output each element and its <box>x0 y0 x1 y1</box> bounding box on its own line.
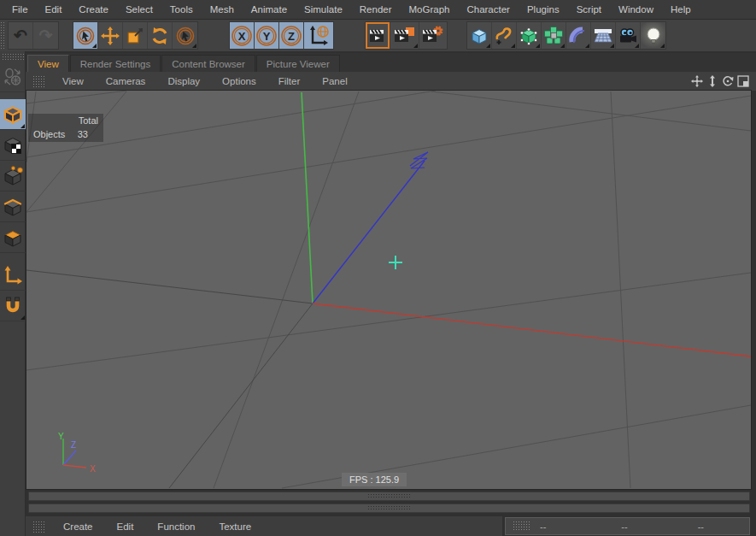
scale-button[interactable] <box>123 22 148 49</box>
flyout-triangle <box>21 315 25 320</box>
vp-menu-display[interactable]: Display <box>156 76 211 86</box>
toolbar-grip[interactable] <box>0 21 6 50</box>
zoom-camera-icon[interactable] <box>706 75 718 87</box>
scene-3d-grid <box>26 91 751 489</box>
spline-scribble <box>410 152 428 168</box>
tab-content-browser[interactable]: Content Browser <box>161 55 255 72</box>
model-mode-icon <box>3 104 23 125</box>
axis-lock-group: X Y Z <box>229 21 334 50</box>
timeline-range-slider[interactable] <box>28 504 750 513</box>
selection-tool-icon <box>175 26 196 46</box>
gizmo-y-label: Y <box>58 432 64 441</box>
add-subdivision-surface-button[interactable] <box>517 22 542 49</box>
transform-tools-group <box>73 21 198 50</box>
vp-menu-filter[interactable]: Filter <box>267 76 312 86</box>
menu-window[interactable]: Window <box>610 0 662 19</box>
render-group <box>365 21 448 50</box>
viewport-canvas[interactable]: Total Objects 33 FPS : 125.9 Y Z X <box>26 90 752 490</box>
live-selection-icon <box>75 26 96 46</box>
lock-y-axis-button[interactable]: Y <box>255 22 279 49</box>
rotate-button[interactable] <box>148 22 173 49</box>
redo-icon: ↷ <box>39 27 53 44</box>
y-axis-icon: Y <box>255 25 278 47</box>
range-slider-grip[interactable] <box>367 505 412 511</box>
bottom-menu-texture[interactable]: Texture <box>207 521 263 532</box>
gizmo-x-label: X <box>90 464 96 474</box>
edge-mode-button[interactable] <box>0 191 26 222</box>
scale-icon <box>125 26 145 46</box>
menu-mograph[interactable]: MoGraph <box>401 0 459 19</box>
enable-snap-button[interactable] <box>0 291 26 321</box>
move-button[interactable] <box>98 22 123 49</box>
status-panel-grip[interactable] <box>513 521 531 532</box>
add-spline-button[interactable] <box>492 22 517 49</box>
flyout-triangle <box>92 44 97 48</box>
menu-edit[interactable]: Edit <box>37 0 71 19</box>
viewport-hud: Total Objects 33 <box>28 114 103 142</box>
hud-objects-value: 33 <box>78 129 98 139</box>
render-to-picture-viewer-button[interactable] <box>390 22 419 49</box>
menu-plugins[interactable]: Plugins <box>519 0 568 19</box>
menu-file[interactable]: File <box>3 0 37 19</box>
coordinate-system-button[interactable] <box>304 22 333 49</box>
add-floor-button[interactable] <box>591 22 616 49</box>
bottom-menu-edit[interactable]: Edit <box>105 521 146 532</box>
menu-tools[interactable]: Tools <box>161 0 202 19</box>
vp-menu-view[interactable]: View <box>51 76 95 86</box>
menu-script[interactable]: Script <box>568 0 610 19</box>
toggle-view-icon[interactable] <box>737 75 749 87</box>
menu-help[interactable]: Help <box>662 0 700 19</box>
point-mode-button[interactable] <box>0 161 26 191</box>
redo-button[interactable]: ↷ <box>33 22 58 49</box>
undo-button[interactable]: ↶ <box>9 22 33 49</box>
bottom-menu-create[interactable]: Create <box>51 521 105 532</box>
lock-x-axis-button[interactable]: X <box>230 22 255 49</box>
model-mode-button[interactable] <box>0 99 26 130</box>
flyout-triangle <box>486 44 490 48</box>
bottom-menu-function[interactable]: Function <box>145 521 207 532</box>
vp-menu-options[interactable]: Options <box>211 76 267 86</box>
edit-render-settings-button[interactable] <box>419 22 447 49</box>
menu-mesh[interactable]: Mesh <box>202 0 243 19</box>
viewport-menu-grip[interactable] <box>32 75 44 87</box>
menu-character[interactable]: Character <box>458 0 519 19</box>
axis-z-line <box>313 161 425 303</box>
timeline-menu-grip[interactable] <box>32 521 44 533</box>
palette-grip[interactable] <box>2 53 24 60</box>
pan-camera-icon[interactable] <box>691 75 703 87</box>
tab-view[interactable]: View <box>27 55 69 72</box>
lock-z-axis-button[interactable]: Z <box>279 22 304 49</box>
vp-menu-cameras[interactable]: Cameras <box>95 76 157 86</box>
menu-create[interactable]: Create <box>70 0 117 19</box>
add-light-button[interactable] <box>641 22 665 49</box>
selection-tool-button[interactable] <box>173 22 197 49</box>
menu-animate[interactable]: Animate <box>243 0 296 19</box>
menu-select[interactable]: Select <box>117 0 161 19</box>
flyout-triangle <box>192 44 196 48</box>
texture-mode-button[interactable] <box>0 130 26 161</box>
axis-orientation-gizmo: Y Z X <box>49 431 102 477</box>
timeline-grip[interactable] <box>367 493 412 499</box>
move-icon <box>100 26 120 46</box>
spline-icon <box>494 26 514 46</box>
timeline-ruler[interactable] <box>28 492 750 501</box>
rotate-camera-icon[interactable] <box>722 75 734 87</box>
texture-mode-icon <box>3 135 23 156</box>
array-icon <box>543 26 564 46</box>
live-selection-button[interactable] <box>73 22 98 49</box>
menu-render[interactable]: Render <box>351 0 401 19</box>
enable-axis-button[interactable] <box>0 260 26 291</box>
tab-picture-viewer[interactable]: Picture Viewer <box>256 55 340 72</box>
convert-to-editable-button[interactable] <box>0 62 26 92</box>
flyout-triangle <box>660 44 665 48</box>
menu-simulate[interactable]: Simulate <box>296 0 351 19</box>
add-cube-button[interactable] <box>467 22 492 49</box>
add-camera-button[interactable] <box>616 22 641 49</box>
main-menubar: File Edit Create Select Tools Mesh Anima… <box>0 0 756 20</box>
add-array-button[interactable] <box>542 22 566 49</box>
tab-render-settings[interactable]: Render Settings <box>70 55 161 72</box>
polygon-mode-button[interactable] <box>0 222 26 253</box>
render-view-button[interactable] <box>366 22 390 49</box>
add-deformer-button[interactable] <box>566 22 591 49</box>
vp-menu-panel[interactable]: Panel <box>311 76 358 86</box>
